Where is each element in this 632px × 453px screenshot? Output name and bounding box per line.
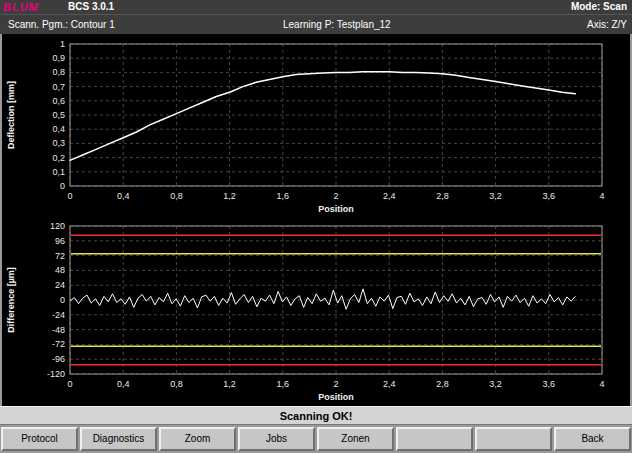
svg-text:2,4: 2,4: [383, 191, 396, 201]
svg-text:Deflection [mm]: Deflection [mm]: [6, 81, 16, 149]
svg-text:0,3: 0,3: [52, 138, 65, 148]
svg-text:0,2: 0,2: [52, 153, 65, 163]
svg-text:2,4: 2,4: [383, 379, 396, 389]
svg-text:72: 72: [55, 251, 65, 261]
svg-text:120: 120: [50, 221, 65, 231]
svg-text:2: 2: [333, 191, 338, 201]
svg-text:2,8: 2,8: [436, 191, 449, 201]
svg-text:48: 48: [55, 265, 65, 275]
svg-text:0,5: 0,5: [52, 110, 65, 120]
svg-text:1,2: 1,2: [223, 191, 236, 201]
svg-text:Position: Position: [318, 204, 354, 214]
svg-text:-48: -48: [52, 325, 65, 335]
svg-text:3,6: 3,6: [543, 191, 556, 201]
learning-program-label: Learning P: Testplan_12: [283, 15, 391, 35]
diagnostics-button[interactable]: Diagnostics: [80, 427, 157, 451]
svg-text:-120: -120: [47, 369, 65, 379]
svg-text:0,8: 0,8: [170, 379, 183, 389]
chart-panel: 00,10,20,30,40,50,60,70,80,9100,40,81,21…: [2, 34, 630, 406]
svg-text:4: 4: [599, 191, 604, 201]
svg-text:-24: -24: [52, 310, 65, 320]
svg-text:0,4: 0,4: [117, 379, 130, 389]
svg-text:0,8: 0,8: [52, 67, 65, 77]
svg-text:0: 0: [60, 295, 65, 305]
svg-text:0,4: 0,4: [117, 191, 130, 201]
svg-text:4: 4: [599, 379, 604, 389]
svg-text:1,2: 1,2: [223, 379, 236, 389]
svg-text:0,9: 0,9: [52, 53, 65, 63]
status-bar: Scanning OK!: [0, 406, 632, 425]
svg-text:-72: -72: [52, 339, 65, 349]
svg-text:Position: Position: [318, 392, 354, 402]
blank-button-1[interactable]: [396, 427, 473, 451]
svg-text:3,2: 3,2: [489, 191, 502, 201]
svg-text:0,8: 0,8: [170, 191, 183, 201]
svg-text:2: 2: [333, 379, 338, 389]
svg-text:3,6: 3,6: [543, 379, 556, 389]
svg-text:0,7: 0,7: [52, 82, 65, 92]
info-row: Scann. Pgm.: Contour 1 Learning P: Testp…: [0, 14, 632, 34]
jobs-button[interactable]: Jobs: [238, 427, 315, 451]
blank-button-2[interactable]: [475, 427, 552, 451]
title-bar: BLUM BCS 3.0.1 Mode: Scan Scann. Pgm.: C…: [0, 0, 632, 34]
svg-text:0,6: 0,6: [52, 96, 65, 106]
svg-text:1,6: 1,6: [277, 191, 290, 201]
svg-text:0,1: 0,1: [52, 167, 65, 177]
difference-chart: 120967248240-24-48-72-96-12000,40,81,21,…: [2, 220, 630, 404]
deflection-chart: 00,10,20,30,40,50,60,70,80,9100,40,81,21…: [2, 36, 630, 218]
svg-text:0: 0: [67, 191, 72, 201]
axis-label: Axis: Z/Y: [587, 15, 627, 35]
svg-text:2,8: 2,8: [436, 379, 449, 389]
svg-text:1,6: 1,6: [277, 379, 290, 389]
svg-text:0: 0: [60, 181, 65, 191]
scan-program-label: Scann. Pgm.: Contour 1: [8, 15, 115, 35]
status-text: Scanning OK!: [280, 410, 353, 422]
back-button[interactable]: Back: [554, 427, 631, 451]
zonen-button[interactable]: Zonen: [317, 427, 394, 451]
svg-text:-96: -96: [52, 354, 65, 364]
svg-text:1: 1: [60, 39, 65, 49]
title-row: BLUM BCS 3.0.1 Mode: Scan: [0, 0, 632, 14]
svg-text:24: 24: [55, 280, 65, 290]
zoom-button[interactable]: Zoom: [159, 427, 236, 451]
blum-logo: BLUM: [3, 0, 39, 14]
function-key-row: Protocol Diagnostics Zoom Jobs Zonen Bac…: [0, 427, 632, 451]
svg-text:0: 0: [67, 379, 72, 389]
svg-text:0,4: 0,4: [52, 124, 65, 134]
app-title: BCS 3.0.1: [68, 0, 114, 14]
svg-text:3,2: 3,2: [489, 379, 502, 389]
svg-text:96: 96: [55, 236, 65, 246]
svg-text:Difference [µm]: Difference [µm]: [6, 267, 16, 333]
protocol-button[interactable]: Protocol: [1, 427, 78, 451]
mode-label: Mode: Scan: [571, 0, 627, 14]
